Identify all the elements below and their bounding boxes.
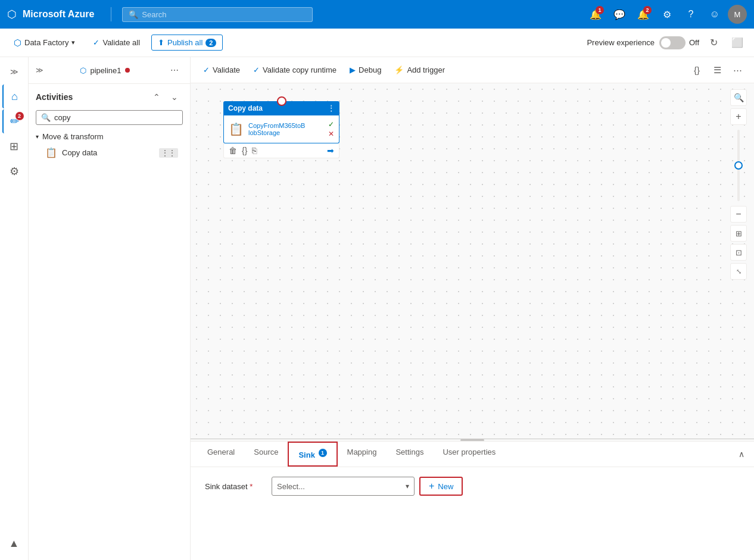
move-transform-group[interactable]: ▾ Move & transform: [36, 130, 183, 143]
zoom-collapse-btn[interactable]: ⤡: [730, 263, 747, 280]
toggle-wrap[interactable]: Off: [659, 36, 699, 49]
bottom-panel: General Source Sink 1 Mapping: [191, 441, 754, 560]
node-name: CopyFromM365toB lobStorage: [248, 122, 305, 136]
alert-badge: 2: [643, 6, 652, 14]
list-view-btn[interactable]: ☰: [708, 61, 727, 80]
main-layout: ≫ ⌂ ✏ 2 ⊞ ⚙ ▲ ≫ ⬡ pipeline1 ⋯ Activit: [0, 57, 754, 560]
search-activities[interactable]: 🔍: [36, 110, 183, 125]
group-chevron-icon: ▾: [36, 133, 39, 140]
publish-count: 2: [205, 39, 216, 47]
code-view-btn[interactable]: {}: [687, 61, 706, 80]
preview-toggle[interactable]: [659, 36, 686, 49]
collapse-activities-btn[interactable]: ⌃: [148, 89, 165, 105]
activities-more-btn[interactable]: ⌄: [166, 89, 183, 105]
monitor-btn[interactable]: ⊞: [2, 134, 26, 158]
bottom-panel-header: General Source Sink 1 Mapping: [191, 442, 754, 467]
trigger-icon: ⚡: [394, 65, 404, 74]
data-factory-btn[interactable]: ⬡ Data Factory ▾: [7, 34, 82, 52]
tab-sink-badge: 1: [319, 449, 327, 457]
node-header-label: Copy data: [228, 104, 263, 112]
tab-source[interactable]: Source: [244, 442, 288, 467]
unsaved-dot: [125, 68, 130, 73]
new-dataset-btn[interactable]: + New: [419, 477, 463, 496]
zoom-search-btn[interactable]: 🔍: [730, 89, 747, 106]
expand-icon[interactable]: ≫: [36, 66, 43, 74]
tab-source-label: Source: [254, 448, 278, 456]
activities-icons: ⌃ ⌄: [148, 89, 183, 105]
pipeline-tab[interactable]: ⬡ pipeline1: [75, 62, 134, 79]
preview-experience: Preview experience Off ↻ ⬜: [587, 33, 747, 52]
alert-btn[interactable]: 🔔 2: [633, 4, 654, 25]
tab-mapping-label: Mapping: [347, 448, 377, 456]
preview-label: Preview experience: [587, 38, 654, 47]
node-delete-btn[interactable]: 🗑: [229, 146, 237, 155]
panel-header: ≫ ⬡ pipeline1 ⋯: [29, 57, 190, 84]
zoom-slider-thumb[interactable]: [734, 161, 743, 170]
debug-btn[interactable]: ▶ Debug: [344, 62, 387, 78]
user-feedback-btn[interactable]: ☺: [704, 4, 725, 25]
collapse-panel-btn[interactable]: ∧: [736, 447, 747, 461]
node-name-line2: lobStorage: [248, 129, 305, 136]
node-arrow-btn[interactable]: ➡: [327, 146, 334, 155]
tab-general[interactable]: General: [198, 442, 244, 467]
search-box[interactable]: 🔍: [122, 7, 313, 22]
canvas-more-btn[interactable]: ⋯: [728, 61, 747, 80]
tab-user-properties-label: User properties: [443, 448, 496, 456]
manage-btn[interactable]: ⚙: [2, 159, 26, 183]
collapse-sidebar-btn[interactable]: ≫: [2, 60, 26, 83]
copy-data-node[interactable]: Copy data ⋮ 📋 CopyFromM365toB lobStorage…: [223, 101, 339, 158]
tab-settings-label: Settings: [395, 448, 423, 456]
learn-btn[interactable]: ▲: [2, 531, 26, 555]
toolbar-right: {} ☰ ⋯: [687, 61, 747, 80]
zoom-slider-track[interactable]: [737, 130, 740, 201]
search-activities-input[interactable]: [54, 113, 177, 122]
debug-label: Debug: [359, 65, 381, 74]
chat-btn[interactable]: 💬: [609, 4, 630, 25]
sink-dataset-select[interactable]: Select... ▾: [272, 477, 415, 496]
validate-copy-icon: ✓: [253, 65, 260, 74]
notification-bell-btn[interactable]: 🔔 1: [585, 4, 606, 25]
canvas-toolbar: ✓ Validate ✓ Validate copy runtime ▶ Deb…: [191, 57, 754, 83]
refresh-btn[interactable]: ↻: [704, 33, 723, 52]
copy-data-activity[interactable]: 📋 Copy data ⋮⋮: [36, 143, 183, 162]
sink-tab-content: Sink dataset * Select... ▾ + New: [191, 467, 754, 505]
canvas-content[interactable]: Copy data ⋮ 📋 CopyFromM365toB lobStorage…: [191, 83, 754, 439]
tab-settings[interactable]: Settings: [386, 442, 433, 467]
publish-all-label: Publish all: [167, 38, 202, 47]
zoom-fit2-btn[interactable]: ⊡: [730, 244, 747, 261]
user-avatar[interactable]: M: [728, 5, 747, 24]
validate-check-icon: ✓: [203, 65, 210, 74]
zoom-fit-btn[interactable]: ⊞: [730, 225, 747, 242]
node-copy-btn[interactable]: ⎘: [252, 146, 257, 155]
help-btn[interactable]: ?: [680, 4, 702, 25]
settings-btn[interactable]: ⚙: [656, 4, 678, 25]
publish-all-btn[interactable]: ⬆ Publish all 2: [151, 35, 223, 51]
node-code-btn[interactable]: {}: [242, 146, 247, 155]
select-chevron-icon: ▾: [406, 482, 409, 490]
search-input[interactable]: [142, 10, 306, 19]
tab-mapping[interactable]: Mapping: [338, 442, 387, 467]
validate-copy-btn[interactable]: ✓ Validate copy runtime: [248, 62, 342, 78]
author-btn[interactable]: ✏ 2: [2, 110, 26, 133]
validate-all-btn[interactable]: ✓ Validate all: [86, 35, 147, 51]
sink-dataset-label-text: Sink dataset: [205, 482, 248, 491]
notification-badge: 1: [596, 6, 604, 14]
activities-group: ▾ Move & transform 📋 Copy data ⋮⋮: [29, 130, 190, 162]
top-navigation: ⬡ Microsoft Azure 🔍 🔔 1 💬 🔔 2 ⚙ ? ☺ M: [0, 0, 754, 29]
tab-sink[interactable]: Sink 1: [288, 442, 337, 467]
node-body: 📋 CopyFromM365toB lobStorage ✓ ✕: [223, 115, 339, 143]
home-btn[interactable]: ⌂: [2, 85, 26, 108]
pipeline-name: pipeline1: [90, 66, 121, 75]
validate-btn[interactable]: ✓ Validate: [198, 62, 245, 78]
validate-label: Validate: [213, 65, 240, 74]
bottom-tabs: General Source Sink 1 Mapping: [198, 442, 505, 467]
add-trigger-btn[interactable]: ⚡ Add trigger: [389, 62, 450, 78]
node-actions: 🗑 {} ⎘ ➡: [223, 143, 339, 158]
zoom-out-btn[interactable]: −: [730, 206, 747, 223]
tab-user-properties[interactable]: User properties: [433, 442, 505, 467]
copy-data-icon: 📋: [45, 147, 57, 158]
expand-btn[interactable]: ⬜: [728, 33, 747, 52]
panel-more-btn[interactable]: ⋯: [166, 62, 183, 79]
copy-data-label: Copy data: [62, 148, 97, 157]
zoom-in-btn[interactable]: +: [730, 108, 747, 125]
